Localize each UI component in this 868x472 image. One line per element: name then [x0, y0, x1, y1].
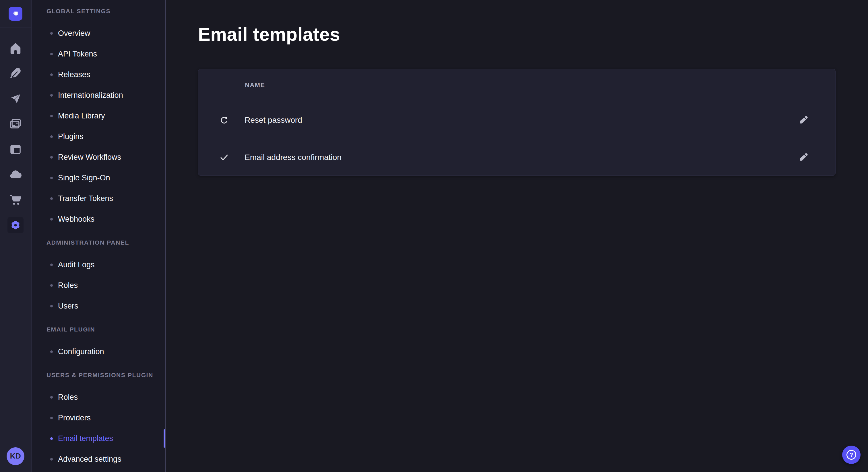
home-button[interactable]	[7, 40, 24, 57]
avatar-initials: KD	[10, 452, 21, 461]
releases-button[interactable]	[7, 91, 24, 107]
column-header-name: NAME	[245, 81, 265, 89]
sidebar-item-label: Webhooks	[58, 215, 94, 224]
pencil-icon	[798, 152, 809, 163]
sidebar-item-media-library[interactable]: Media Library	[32, 105, 165, 126]
sidebar-item-email-configuration[interactable]: Configuration	[32, 341, 165, 362]
sidebar-item-label: Advanced settings	[58, 455, 121, 464]
sidebar-section-title: ADMINISTRATION PANEL	[46, 239, 165, 246]
content-manager-button[interactable]	[7, 66, 24, 82]
sidebar-item-admin-users[interactable]: Users	[32, 296, 165, 316]
sidebar-item-audit-logs[interactable]: Audit Logs	[32, 255, 165, 275]
sidebar-item-single-sign-on[interactable]: Single Sign-On	[32, 167, 165, 188]
sidebar-item-label: Configuration	[58, 347, 104, 356]
bullet-icon	[50, 396, 53, 399]
bullet-icon	[50, 350, 53, 353]
sidebar-item-releases[interactable]: Releases	[32, 64, 165, 85]
table-row[interactable]: Reset password	[198, 101, 835, 139]
sidebar-section-title: EMAIL PLUGIN	[46, 326, 165, 333]
subnav-section-global-settings: GLOBAL SETTINGS Overview API Tokens Rele…	[32, 7, 165, 229]
bullet-icon	[50, 115, 53, 117]
sidebar-item-label: Transfer Tokens	[58, 194, 113, 203]
question-mark-icon: ?	[846, 450, 856, 460]
bullet-icon	[50, 218, 53, 221]
sidebar-item-label: Email templates	[58, 434, 113, 443]
sidebar-item-label: Users	[58, 302, 79, 310]
sidebar-item-label: API Tokens	[58, 49, 97, 59]
pencil-icon	[798, 115, 809, 125]
sidebar-item-api-tokens[interactable]: API Tokens	[32, 43, 165, 64]
table-header-row: NAME	[198, 69, 835, 101]
sidebar-section-title: GLOBAL SETTINGS	[46, 7, 165, 15]
content-type-builder-button[interactable]	[7, 141, 24, 158]
bullet-icon	[50, 197, 53, 200]
bullet-icon	[50, 458, 53, 461]
sidebar-item-label: Audit Logs	[58, 260, 95, 269]
media-library-icon	[9, 117, 22, 131]
sidebar-item-label: Review Workflows	[58, 153, 121, 162]
cloud-icon	[9, 168, 22, 181]
marketplace-button[interactable]	[7, 192, 24, 208]
bullet-icon	[50, 135, 53, 138]
page-title: Email templates	[198, 25, 868, 43]
sidebar-item-webhooks[interactable]: Webhooks	[32, 209, 165, 229]
strapi-logo[interactable]	[9, 7, 22, 21]
table-row[interactable]: Email address confirmation	[198, 139, 835, 175]
user-avatar[interactable]: KD	[7, 447, 24, 465]
question-mark-glyph: ?	[849, 452, 853, 458]
sidebar-item-email-templates[interactable]: Email templates	[32, 428, 165, 449]
media-library-button[interactable]	[7, 116, 24, 132]
sidebar-item-advanced-settings[interactable]: Advanced settings	[32, 449, 165, 469]
template-name: Reset password	[245, 115, 302, 125]
bullet-icon	[50, 32, 53, 35]
layout-icon	[9, 143, 22, 156]
bullet-icon	[50, 53, 53, 55]
email-templates-table: NAME Reset password	[198, 69, 836, 176]
cart-icon	[9, 193, 22, 206]
logo-section	[0, 0, 31, 28]
rail-icon-list	[0, 28, 31, 233]
edit-template-button[interactable]	[797, 150, 810, 164]
bullet-icon	[50, 94, 53, 97]
settings-button[interactable]	[7, 217, 24, 233]
rail-footer: KD	[0, 440, 31, 472]
sidebar-item-label: Plugins	[58, 132, 84, 141]
home-icon	[9, 42, 22, 55]
deploy-cloud-button[interactable]	[7, 167, 24, 183]
bullet-icon	[50, 264, 53, 266]
sidebar-item-admin-roles[interactable]: Roles	[32, 275, 165, 296]
sidebar-item-label: Media Library	[58, 111, 105, 121]
paper-plane-icon	[9, 93, 22, 105]
bullet-icon	[50, 177, 53, 179]
sidebar-section-title: USERS & PERMISSIONS PLUGIN	[46, 371, 165, 379]
settings-gear-icon	[9, 218, 22, 232]
help-button[interactable]: ?	[842, 446, 861, 464]
bullet-icon	[50, 305, 53, 307]
bullet-icon	[50, 284, 53, 287]
sidebar-item-review-workflows[interactable]: Review Workflows	[32, 147, 165, 167]
bullet-icon	[50, 437, 53, 440]
subnav-section-administration-panel: ADMINISTRATION PANEL Audit Logs Roles Us…	[32, 239, 165, 316]
bullet-icon	[50, 417, 53, 419]
subnav-section-email-plugin: EMAIL PLUGIN Configuration	[32, 326, 165, 362]
refresh-icon	[219, 115, 229, 125]
sidebar-item-label: Single Sign-On	[58, 173, 110, 182]
sidebar-item-overview[interactable]: Overview	[32, 23, 165, 43]
sidebar-item-label: Releases	[58, 70, 90, 79]
icon-rail: KD	[0, 0, 32, 472]
bullet-icon	[50, 156, 53, 159]
sidebar-item-transfer-tokens[interactable]: Transfer Tokens	[32, 188, 165, 209]
sidebar-item-label: Providers	[58, 413, 91, 423]
check-icon	[219, 153, 229, 162]
sidebar-item-plugins[interactable]: Plugins	[32, 126, 165, 147]
subnav-section-users-permissions-plugin: USERS & PERMISSIONS PLUGIN Roles Provide…	[32, 371, 165, 469]
main-content: Email templates NAME Reset password	[166, 0, 868, 472]
template-name: Email address confirmation	[245, 153, 342, 162]
edit-template-button[interactable]	[797, 113, 810, 127]
sidebar-item-label: Overview	[58, 29, 90, 38]
sidebar-item-label: Internationalization	[58, 91, 123, 100]
sidebar-item-internationalization[interactable]: Internationalization	[32, 85, 165, 105]
settings-subnav: GLOBAL SETTINGS Overview API Tokens Rele…	[32, 0, 166, 472]
sidebar-item-providers[interactable]: Providers	[32, 407, 165, 428]
sidebar-item-up-roles[interactable]: Roles	[32, 387, 165, 407]
